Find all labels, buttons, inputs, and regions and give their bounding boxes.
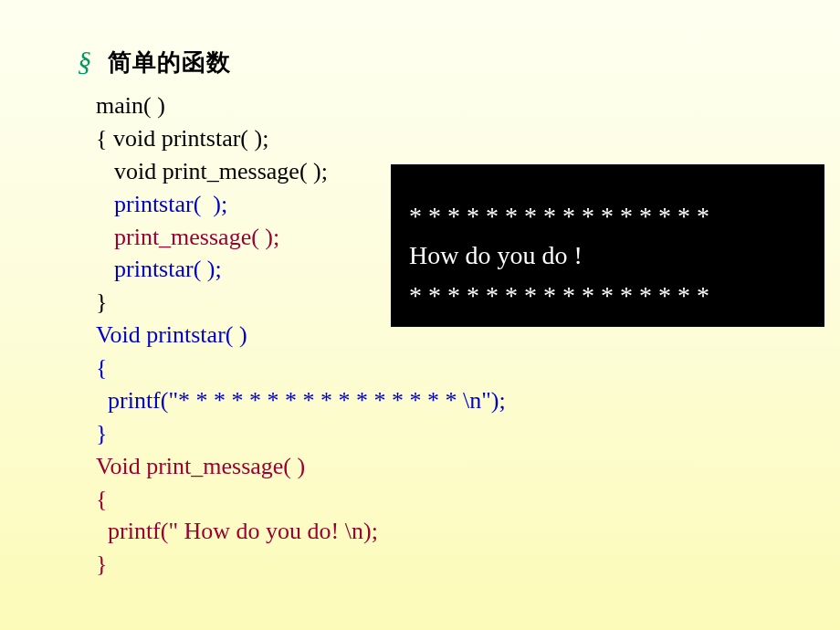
code-line: } [96,417,840,450]
code-line: } [96,548,840,581]
output-line: * * * * * * * * * * * * * * * * [409,196,806,236]
section-mark: § [78,46,91,77]
output-box: * * * * * * * * * * * * * * * * How do y… [391,164,824,327]
code-line: { void printstar( ); [96,122,840,155]
code-line: { [96,352,840,384]
slide-title: 简单的函数 [108,47,231,79]
code-block: main( ) { void printstar( ); void print_… [78,89,840,581]
output-line: * * * * * * * * * * * * * * * * [409,276,806,315]
output-line: How do you do ! [409,236,806,275]
code-line: Void print_message( ) [96,450,840,483]
code-line: main( ) [96,89,840,122]
code-line: { [96,483,840,516]
code-line: printf(" How do you do! \n); [96,515,840,548]
title-row: § 简单的函数 [78,46,840,79]
code-line: printf("* * * * * * * * * * * * * * * * … [96,384,840,417]
